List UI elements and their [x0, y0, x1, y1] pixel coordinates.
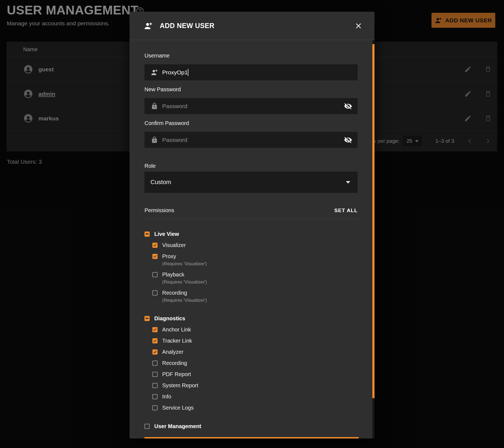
- permission-item-proxy: Proxy (Requires 'Visualizer'): [152, 253, 358, 267]
- permission-row[interactable]: Playback: [152, 271, 358, 278]
- permission-checkbox[interactable]: [152, 327, 158, 332]
- person-add-icon: [151, 69, 158, 76]
- permission-item-service-logs: Service Logs: [152, 404, 358, 411]
- permissions-header: Permissions SET ALL: [144, 207, 358, 214]
- permission-row[interactable]: PDF Report: [152, 371, 358, 378]
- permission-label: Visualizer: [162, 242, 186, 248]
- permission-group-label: Live View: [154, 231, 179, 237]
- new-password-label: New Password: [144, 86, 358, 93]
- permission-note: (Requires 'Visualizer'): [162, 261, 358, 267]
- dialog-scrollbar-thumb[interactable]: [372, 44, 375, 398]
- dialog-header: ADD NEW USER: [129, 12, 375, 40]
- permission-group-label: Diagnostics: [154, 315, 185, 322]
- confirm-password-label: Confirm Password: [144, 120, 358, 127]
- confirm-password-input[interactable]: Password: [144, 132, 358, 148]
- toggle-password-visibility-button[interactable]: [344, 136, 352, 144]
- confirm-password-placeholder: Password: [162, 137, 187, 143]
- username-value: ProxyOp1: [162, 69, 188, 76]
- permission-row[interactable]: Info: [152, 393, 358, 400]
- permission-children: Anchor Link Tracker Link Analyzer Record…: [152, 326, 358, 411]
- permission-label: PDF Report: [162, 371, 191, 377]
- permission-row[interactable]: Recording: [152, 359, 358, 367]
- permission-item-playback: Playback (Requires 'Visualizer'): [152, 271, 358, 285]
- permission-note: (Requires 'Visualizer'): [162, 297, 358, 303]
- permission-row[interactable]: Analyzer: [152, 348, 358, 355]
- permission-item-recording: Recording: [152, 359, 358, 367]
- permissions-tree: Live View Visualizer Proxy (Requires 'Vi…: [144, 219, 358, 430]
- check-icon: [153, 243, 157, 248]
- permission-item-anchor-link: Anchor Link: [152, 326, 358, 333]
- permission-label: Recording: [162, 290, 187, 296]
- dialog-body: Username ProxyOp1 New Password Password …: [129, 40, 375, 430]
- permission-label: Tracker Link: [162, 338, 192, 344]
- permission-label: Playback: [162, 272, 184, 278]
- permission-checkbox[interactable]: [152, 272, 158, 277]
- permission-label: Info: [162, 394, 171, 400]
- permission-checkbox[interactable]: [152, 338, 158, 343]
- permission-checkbox[interactable]: [152, 383, 158, 388]
- permission-checkbox[interactable]: [152, 405, 158, 410]
- username-input[interactable]: ProxyOp1: [144, 64, 358, 80]
- dialog-title: ADD NEW USER: [160, 22, 215, 30]
- permission-checkbox[interactable]: [152, 290, 158, 295]
- permission-row[interactable]: Visualizer: [152, 242, 358, 249]
- role-value: Custom: [150, 179, 171, 186]
- set-all-button[interactable]: SET ALL: [334, 208, 358, 214]
- permission-item-system-report: System Report: [152, 382, 358, 389]
- role-label: Role: [144, 162, 358, 169]
- permission-item-recording: Recording (Requires 'Visualizer'): [152, 289, 358, 303]
- permission-checkbox[interactable]: [152, 349, 158, 355]
- add-new-user-dialog: ADD NEW USER Username ProxyOp1 New Passw…: [129, 12, 375, 438]
- close-dialog-button[interactable]: [354, 22, 363, 30]
- permission-item-info: Info: [152, 393, 358, 400]
- visibility-off-icon: [344, 136, 352, 144]
- permission-label: Recording: [162, 360, 187, 366]
- toggle-password-visibility-button[interactable]: [344, 102, 352, 110]
- permission-checkbox[interactable]: [152, 254, 158, 259]
- permission-group-row[interactable]: Live View: [144, 230, 358, 237]
- username-label: Username: [144, 52, 358, 59]
- permission-row[interactable]: Proxy: [152, 253, 358, 260]
- permission-row[interactable]: Service Logs: [152, 404, 358, 411]
- group-checkbox[interactable]: [144, 424, 150, 429]
- permission-group-label: User Management: [154, 423, 201, 429]
- check-icon: [153, 327, 157, 332]
- visibility-off-icon: [344, 102, 352, 110]
- check-icon: [153, 350, 157, 354]
- permission-row[interactable]: Tracker Link: [152, 337, 358, 344]
- permission-label: Analyzer: [162, 349, 183, 355]
- permission-item-visualizer: Visualizer: [152, 242, 358, 249]
- permission-item-tracker-link: Tracker Link: [152, 337, 358, 344]
- indeterminate-dash-icon: [146, 233, 149, 234]
- permission-row[interactable]: Anchor Link: [152, 326, 358, 333]
- permission-checkbox[interactable]: [152, 361, 158, 366]
- permission-row[interactable]: Recording: [152, 289, 358, 296]
- check-icon: [153, 339, 157, 343]
- permission-item-analyzer: Analyzer: [152, 348, 358, 355]
- permission-row[interactable]: System Report: [152, 382, 358, 389]
- new-password-input[interactable]: Password: [144, 98, 358, 114]
- permission-item-pdf-report: PDF Report: [152, 371, 358, 378]
- permission-checkbox[interactable]: [152, 243, 158, 248]
- role-select[interactable]: Custom: [144, 172, 358, 193]
- permission-group-user-management: User Management: [144, 423, 358, 430]
- close-icon: [354, 22, 363, 30]
- group-checkbox[interactable]: [144, 231, 150, 237]
- indeterminate-dash-icon: [146, 318, 149, 319]
- permission-note: (Requires 'Visualizer'): [162, 279, 358, 285]
- group-checkbox[interactable]: [144, 316, 150, 321]
- permission-checkbox[interactable]: [152, 394, 158, 399]
- person-add-icon: [144, 22, 153, 30]
- permission-children: Visualizer Proxy (Requires 'Visualizer')…: [152, 242, 358, 303]
- permission-group-row[interactable]: Diagnostics: [144, 315, 358, 322]
- permission-label: System Report: [162, 382, 198, 389]
- dialog-bottom-accent: [144, 437, 359, 438]
- permission-label: Service Logs: [162, 405, 194, 411]
- permission-group-row[interactable]: User Management: [144, 423, 358, 430]
- lock-icon: [151, 136, 158, 144]
- permission-label: Anchor Link: [162, 327, 191, 333]
- lock-icon: [151, 102, 158, 110]
- permission-label: Proxy: [162, 253, 176, 260]
- permission-checkbox[interactable]: [152, 372, 158, 377]
- permission-group-diagnostics: Diagnostics Anchor Link Tracker Link Ana…: [144, 315, 358, 411]
